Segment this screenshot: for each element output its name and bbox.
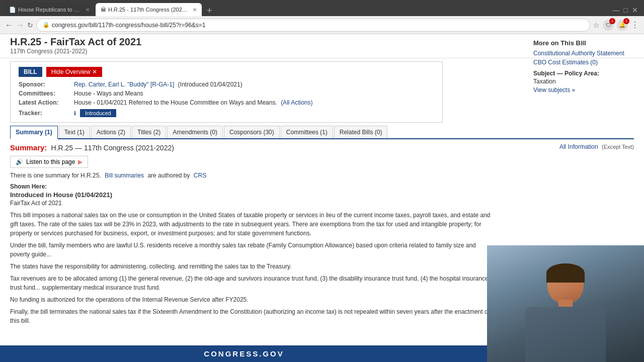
sponsor-value: Rep. Carter, Earl L. "Buddy" [R-GA-1] (I…: [74, 81, 243, 88]
minimize-icon[interactable]: —: [611, 4, 622, 16]
maximize-icon[interactable]: □: [622, 4, 630, 16]
tab-summary[interactable]: Summary (1): [10, 126, 58, 139]
summary-paragraph-3: The states have the responsibility for a…: [10, 262, 493, 271]
tab-navigation: Summary (1) Text (1) Actions (2) Titles …: [10, 126, 634, 139]
tab-related-bills[interactable]: Related Bills (0): [334, 126, 388, 138]
summary-heading-row: Summary: H.R.25 — 117th Congress (2021-2…: [10, 143, 634, 152]
ext-badge-2: 1: [623, 18, 629, 24]
lock-icon: 🔒: [43, 22, 50, 28]
extensions-area: ☆ 🛡 1 🔔 1 ⋮: [593, 20, 639, 31]
listen-button[interactable]: 🔊 Listen to this page ▶: [10, 156, 88, 168]
refresh-button[interactable]: ↻: [27, 21, 33, 29]
address-text: congress.gov/bill/117th-congress/house-b…: [52, 22, 206, 29]
page-content: H.R.25 - FairTax Act of 2021 117th Congr…: [0, 34, 644, 362]
person-silhouette: [487, 245, 644, 362]
summary-paragraph-1: This bill imposes a national sales tax o…: [10, 211, 493, 238]
tab-active[interactable]: 🏛 H.R.25 - 117th Congress (2021-20... ✕: [96, 3, 202, 16]
summary-label: Summary:: [10, 143, 47, 152]
tab-text[interactable]: Text (1): [59, 126, 90, 138]
new-tab-button[interactable]: +: [203, 6, 216, 16]
introduced-badge: Introduced: [80, 109, 116, 117]
close-window-icon[interactable]: ✕: [630, 4, 640, 16]
summary-paragraph-4: Tax revenues are to be allocated among (…: [10, 274, 493, 292]
tab-committees[interactable]: Committees (1): [281, 126, 333, 138]
tracker-label: Tracker:: [19, 110, 74, 117]
info-icon[interactable]: ℹ: [74, 110, 76, 117]
ext-wrapper-1[interactable]: 🛡 1: [603, 20, 614, 31]
summary-note-text: There is one summary for H.R.25.: [10, 172, 101, 179]
except-text: (Except Text): [602, 144, 634, 150]
favicon-inactive: 📄: [9, 7, 16, 13]
listen-button-area: 🔊 Listen to this page ▶: [10, 156, 634, 168]
overview-latest-action-row: Latest Action: House - 01/04/2021 Referr…: [19, 99, 434, 106]
address-bar[interactable]: 🔒 congress.gov/bill/117th-congress/house…: [36, 19, 590, 32]
subject-value: Taxation: [533, 78, 634, 85]
subject-title: Subject — Policy Area:: [533, 70, 634, 77]
committees-label: Committees:: [19, 90, 74, 97]
overview-sponsor-row: Sponsor: Rep. Carter, Earl L. "Buddy" [R…: [19, 81, 434, 88]
tab-label-inactive: House Republicans to vote on bill ab...: [18, 7, 82, 13]
tab-cosponsors[interactable]: Cosponsors (30): [224, 126, 280, 138]
cbo-cost-estimates-link[interactable]: CBO Cost Estimates (0): [533, 59, 634, 66]
introduced-in-house: Introduced in House (01/04/2021): [10, 191, 634, 199]
ext-wrapper-2[interactable]: 🔔 1: [617, 20, 628, 31]
tab-amendments[interactable]: Amendments (0): [167, 126, 223, 138]
sponsor-intro: (Introduced 01/04/2021): [178, 81, 243, 88]
more-on-bill-panel: More on This Bill Constitutional Authori…: [533, 39, 634, 94]
hide-overview-button[interactable]: Hide Overview ✕: [46, 67, 102, 77]
overview-committees-row: Committees: House - Ways and Means: [19, 90, 434, 97]
sponsor-label: Sponsor:: [19, 81, 74, 88]
listen-label: Listen to this page: [26, 158, 75, 165]
overview-header: BILL Hide Overview ✕: [19, 67, 434, 77]
sponsor-link[interactable]: Rep. Carter, Earl L. "Buddy" [R-GA-1]: [74, 81, 174, 88]
summary-note: There is one summary for H.R.25. Bill su…: [10, 172, 634, 179]
shown-here-label: Shown Here:: [10, 183, 634, 190]
committees-value: House - Ways and Means: [74, 90, 143, 97]
overview-tracker-row: Tracker: ℹ Introduced: [19, 109, 434, 117]
summary-bill-ref: H.R.25 — 117th Congress (2021-2022): [51, 144, 174, 152]
bill-summaries-link[interactable]: Bill summaries: [105, 172, 144, 179]
view-subjects-link[interactable]: View subjects »: [533, 86, 575, 94]
menu-icon[interactable]: ⋮: [631, 20, 639, 30]
summary-heading: Summary: H.R.25 — 117th Congress (2021-2…: [10, 143, 174, 152]
favicon-active: 🏛: [101, 7, 106, 13]
footer-text: CONGRESS.GOV: [204, 349, 284, 358]
tab-close-active[interactable]: ✕: [193, 7, 197, 13]
bill-act-name: FairTax Act of 2021: [10, 200, 634, 207]
webcam-overlay: [487, 245, 644, 362]
latest-action-value: House - 01/04/2021 Referred to the House…: [74, 99, 312, 106]
latest-action-label: Latest Action:: [19, 99, 74, 106]
bill-badge: BILL: [19, 67, 42, 77]
subject-policy-area: Subject — Policy Area: Taxation View sub…: [533, 70, 634, 94]
tab-label-active: H.R.25 - 117th Congress (2021-20...: [108, 7, 189, 13]
listen-icon: 🔊: [16, 158, 23, 165]
constitutional-authority-link[interactable]: Constitutional Authority Statement: [533, 50, 634, 57]
note-middle: are authored by: [147, 172, 190, 179]
more-on-bill-title: More on This Bill: [533, 39, 634, 47]
person-body: [525, 307, 606, 362]
overview-box: BILL Hide Overview ✕ Sponsor: Rep. Carte…: [10, 61, 443, 123]
tab-inactive[interactable]: 📄 House Republicans to vote on bill ab..…: [4, 3, 95, 16]
tab-close-inactive[interactable]: ✕: [86, 7, 90, 13]
forward-button[interactable]: →: [16, 21, 24, 30]
address-bar-row: ← → ↻ 🔒 congress.gov/bill/117th-congress…: [0, 16, 644, 34]
ext-bookmark[interactable]: ☆: [593, 21, 600, 29]
play-icon[interactable]: ▶: [78, 158, 83, 165]
all-actions-link[interactable]: (All Actions): [281, 99, 312, 106]
all-info-area: All Information (Except Text): [559, 143, 634, 150]
all-information-link[interactable]: All Information: [559, 143, 598, 150]
summary-paragraph-2: Under the bill, family members who are l…: [10, 241, 493, 259]
site-footer: CONGRESS.GOV: [0, 345, 488, 362]
summary-paragraph-6: Finally, the bill terminates the nationa…: [10, 307, 493, 325]
crs-link[interactable]: CRS: [194, 172, 206, 179]
tab-actions[interactable]: Actions (2): [91, 126, 131, 138]
tab-titles[interactable]: Titles (2): [132, 126, 166, 138]
ext-badge-1: 1: [609, 18, 615, 24]
summary-paragraph-5: No funding is authorized for the operati…: [10, 295, 493, 304]
person-hair: [546, 263, 585, 283]
back-button[interactable]: ←: [5, 21, 13, 30]
tab-bar: 📄 House Republicans to vote on bill ab..…: [0, 0, 644, 16]
